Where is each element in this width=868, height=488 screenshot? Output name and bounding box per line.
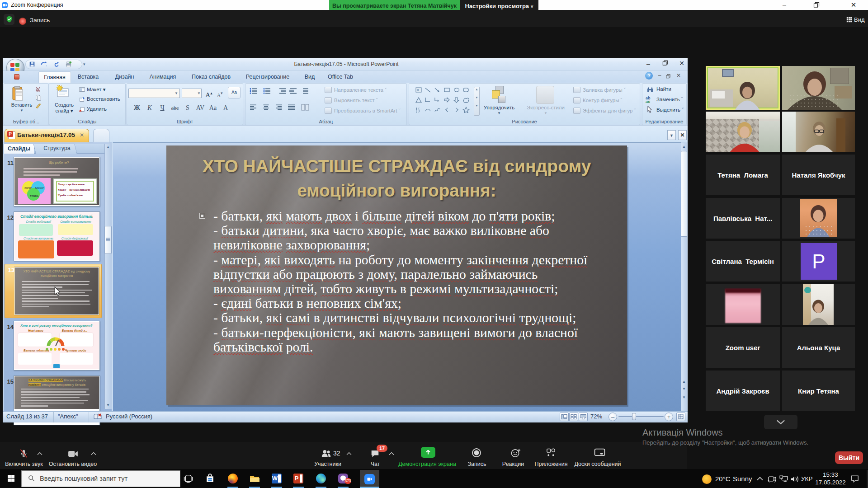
svg-text:ТРЕБА: ТРЕБА	[30, 195, 38, 197]
svg-text:МОЖУ: МОЖУ	[35, 187, 44, 189]
svg-text:ХОЧУ: ХОЧУ	[24, 187, 32, 189]
